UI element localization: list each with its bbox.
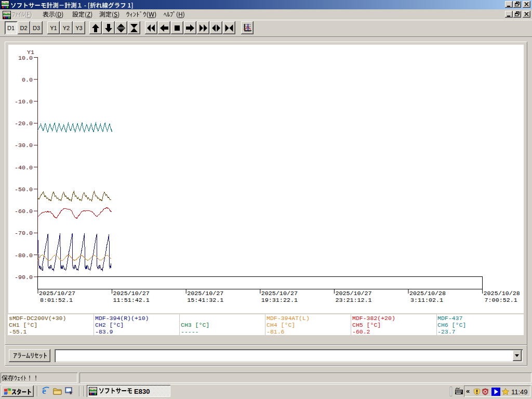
svg-text:-90.0: -90.0 <box>15 274 33 281</box>
svg-text:-40.0: -40.0 <box>15 164 33 171</box>
svg-text:-80.0: -80.0 <box>15 252 33 259</box>
svg-text:-20.0: -20.0 <box>15 120 33 127</box>
svg-text:2025/10/27: 2025/10/27 <box>113 290 150 297</box>
svg-text:8:01:52.1: 8:01:52.1 <box>40 297 73 304</box>
svg-text:-10.0: -10.0 <box>15 98 33 105</box>
svg-text:0.0: 0.0 <box>22 76 33 84</box>
svg-text:7:00:52.1: 7:00:52.1 <box>485 297 517 304</box>
svg-text:2025/10/27: 2025/10/27 <box>187 290 223 297</box>
svg-text:2025/10/27: 2025/10/27 <box>39 290 75 297</box>
svg-text:3:11:02.1: 3:11:02.1 <box>410 297 443 304</box>
svg-text:10.0: 10.0 <box>18 55 33 62</box>
svg-text:2025/10/27: 2025/10/27 <box>335 290 371 297</box>
svg-text:15:41:32.1: 15:41:32.1 <box>187 297 223 304</box>
svg-text:23:21:12.1: 23:21:12.1 <box>335 297 371 304</box>
svg-text:11:51:42.1: 11:51:42.1 <box>113 297 150 304</box>
svg-text:-50.0: -50.0 <box>15 186 33 193</box>
svg-text:-70.0: -70.0 <box>15 230 33 237</box>
svg-text:2025/10/27: 2025/10/27 <box>261 290 298 297</box>
svg-text:-60.0: -60.0 <box>15 208 33 215</box>
svg-text:2025/10/28: 2025/10/28 <box>409 290 446 297</box>
svg-text:2025/10/28: 2025/10/28 <box>484 290 520 297</box>
svg-text:-30.0: -30.0 <box>15 142 33 149</box>
svg-text:19:31:22.1: 19:31:22.1 <box>261 297 298 304</box>
